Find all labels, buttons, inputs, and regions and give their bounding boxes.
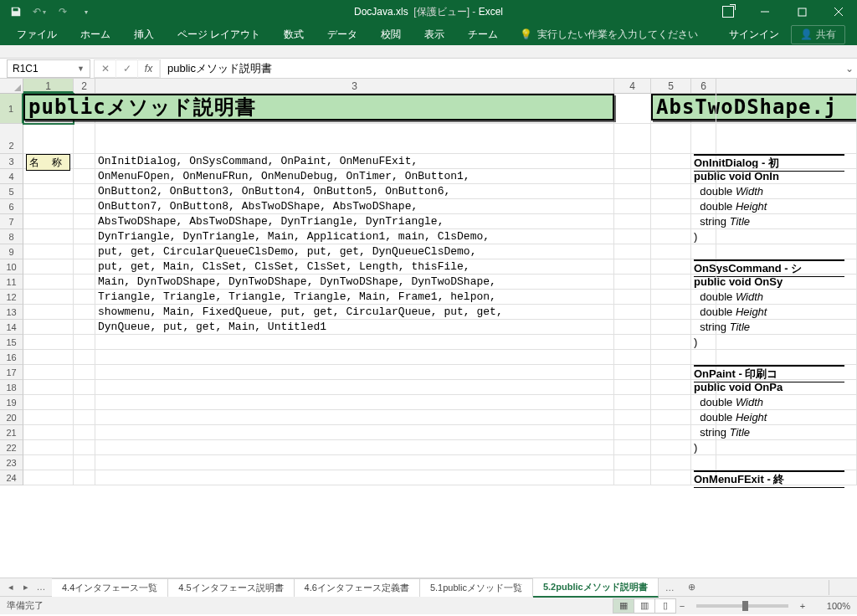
cell-r21c7[interactable] [716, 425, 857, 440]
row-header-10[interactable]: 10 [0, 259, 23, 275]
cell-r12c5[interactable] [651, 290, 691, 305]
cell-r2c3[interactable] [95, 124, 614, 154]
cell-r9c2[interactable] [74, 244, 95, 259]
cell-r4c2[interactable] [74, 169, 95, 184]
cell-r7c3[interactable]: AbsTwoDShape, AbsTwoDShape, DynTriangle,… [95, 214, 614, 229]
cell-r21c5[interactable] [651, 425, 691, 440]
cell-r5c4[interactable] [614, 184, 651, 199]
cell-r24c3[interactable] [95, 470, 614, 485]
row-header-9[interactable]: 9 [0, 244, 23, 259]
cell-r8c2[interactable] [74, 229, 95, 244]
cell-r24c5[interactable] [651, 470, 691, 485]
cell-r5c6[interactable]: double Width [691, 184, 716, 199]
cell-r14c3[interactable]: DynQueue, put, get, Main, Untitled1 [95, 320, 614, 335]
cell-r23c7[interactable] [716, 455, 857, 470]
cell-r10c5[interactable] [651, 259, 691, 275]
cell-r22c3[interactable] [95, 440, 614, 455]
view-normal-button[interactable]: ▦ [613, 598, 634, 613]
cell-r19c6[interactable]: double Width [691, 395, 716, 410]
cell-r2c1[interactable] [23, 124, 74, 154]
cell-r12c7[interactable] [716, 290, 857, 305]
col-header-4[interactable]: 4 [614, 79, 651, 93]
row-header-12[interactable]: 12 [0, 290, 23, 305]
cell-r19c4[interactable] [614, 395, 651, 410]
cell-r7c4[interactable] [614, 214, 651, 229]
cell-r13c6[interactable]: double Height [691, 305, 716, 320]
sheet-tab-4-6[interactable]: 4.6インタフェース定義書 [295, 578, 420, 597]
cell-r10c3[interactable]: put, get, Main, ClsSet, ClsSet, ClsSet, … [95, 259, 614, 275]
cell-r7c5[interactable] [651, 214, 691, 229]
sheet-tab-5-2[interactable]: 5.2publicメソッド説明書 [533, 578, 659, 598]
cell-r19c7[interactable] [716, 395, 857, 410]
cell-r17c6[interactable]: OnPaint - 印刷コ [691, 365, 716, 380]
row-header-5[interactable]: 5 [0, 184, 23, 199]
cell-r21c2[interactable] [74, 425, 95, 440]
cell-r1c4[interactable] [614, 94, 651, 124]
redo-button[interactable]: ↷ [52, 2, 74, 22]
cell-r15c3[interactable] [95, 335, 614, 350]
tab-view[interactable]: 表示 [413, 23, 456, 45]
cell-r7c7[interactable] [716, 214, 857, 229]
tab-data[interactable]: データ [316, 23, 369, 45]
cell-r12c1[interactable] [23, 290, 74, 305]
cell-r13c4[interactable] [614, 305, 651, 320]
cell-r17c5[interactable] [651, 365, 691, 380]
cell-r18c5[interactable] [651, 380, 691, 395]
cell-r2c5[interactable] [651, 124, 691, 154]
enter-formula-button[interactable]: ✓ [116, 59, 138, 78]
row-header-3[interactable]: 3 [0, 154, 23, 169]
cell-r16c1[interactable] [23, 350, 74, 365]
namebox-dropdown-icon[interactable]: ▼ [77, 64, 85, 73]
view-page-layout-button[interactable]: ▥ [634, 598, 655, 613]
sheet-tab-4-4[interactable]: 4.4インタフェース一覧 [52, 578, 168, 597]
cell-r19c2[interactable] [74, 395, 95, 410]
cell-r17c7[interactable] [716, 365, 857, 380]
cell-r17c3[interactable] [95, 365, 614, 380]
cell-r13c7[interactable] [716, 305, 857, 320]
cell-r4c7[interactable] [716, 169, 857, 184]
row-header-14[interactable]: 14 [0, 320, 23, 335]
tab-review[interactable]: 校閲 [369, 23, 413, 45]
cell-r15c5[interactable] [651, 335, 691, 350]
cell-r21c4[interactable] [614, 425, 651, 440]
cell-r9c1[interactable] [23, 244, 74, 259]
cell-r14c1[interactable] [23, 320, 74, 335]
col-header-2[interactable]: 2 [74, 79, 95, 93]
undo-button[interactable]: ↶▾ [28, 2, 50, 22]
cell-r1c7[interactable] [716, 94, 857, 124]
cell-r7c1[interactable] [23, 214, 74, 229]
cell-r20c1[interactable] [23, 410, 74, 425]
tab-insert[interactable]: 挿入 [122, 23, 166, 45]
cell-r19c1[interactable] [23, 395, 74, 410]
cell-r22c1[interactable] [23, 440, 74, 455]
cell-r16c6[interactable] [691, 350, 716, 365]
view-page-break-button[interactable]: ▯ [654, 598, 676, 613]
row-header-16[interactable]: 16 [0, 350, 23, 365]
cell-r6c4[interactable] [614, 199, 651, 214]
cell-r9c4[interactable] [614, 244, 651, 259]
name-box[interactable]: ▼ [7, 59, 90, 78]
cell-r21c6[interactable]: string Title [691, 425, 716, 440]
row-header-23[interactable]: 23 [0, 455, 23, 470]
cell-r11c6[interactable]: public void OnSy [691, 275, 716, 290]
sheet-tab-4-5[interactable]: 4.5インタフェース説明書 [168, 578, 294, 597]
row-header-20[interactable]: 20 [0, 410, 23, 425]
cell-r4c3[interactable]: OnMenuFOpen, OnMenuFRun, OnMenuDebug, On… [95, 169, 614, 184]
cell-r10c7[interactable] [716, 259, 857, 275]
cell-r19c3[interactable] [95, 395, 614, 410]
cell-r18c6[interactable]: public void OnPa [691, 380, 716, 395]
cell-r13c3[interactable]: showmenu, Main, FixedQueue, put, get, Ci… [95, 305, 614, 320]
row-header-17[interactable]: 17 [0, 365, 23, 380]
row-header-24[interactable]: 24 [0, 470, 23, 485]
row-header-6[interactable]: 6 [0, 199, 23, 214]
cell-r24c6[interactable]: OnMenuFExit - 終 [691, 470, 716, 485]
cell-r17c2[interactable] [74, 365, 95, 380]
cell-r3c6[interactable]: OnInitDialog - 初 [691, 154, 716, 169]
cell-r2c2[interactable] [74, 124, 95, 154]
cell-r4c1[interactable] [23, 169, 74, 184]
cell-r16c5[interactable] [651, 350, 691, 365]
cell-r1c6[interactable] [691, 94, 716, 124]
cell-r11c5[interactable] [651, 275, 691, 290]
cell-r23c1[interactable] [23, 455, 74, 470]
cell-r11c2[interactable] [74, 275, 95, 290]
